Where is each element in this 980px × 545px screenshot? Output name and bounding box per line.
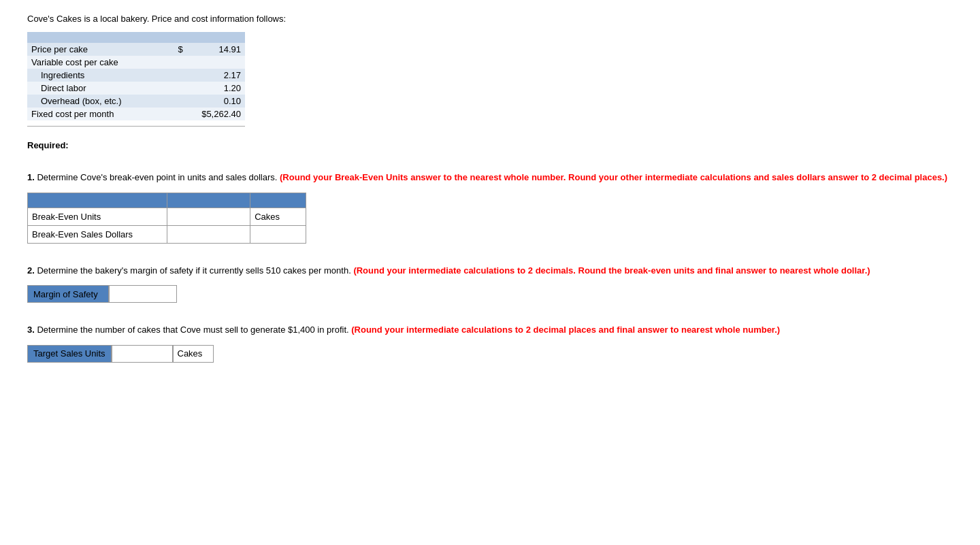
table-row: Variable cost per cake <box>27 56 245 69</box>
target-sales-input[interactable] <box>112 345 173 363</box>
row-label: Direct labor <box>27 82 172 95</box>
question3-text: 3. Determine the number of cakes that Co… <box>27 323 953 337</box>
row-dollar <box>172 108 186 120</box>
info-table-header <box>27 32 245 43</box>
row-label: Fixed cost per month <box>27 108 172 120</box>
question3-block: 3. Determine the number of cakes that Co… <box>27 323 953 363</box>
breakeven-sales-label: Break-Even Sales Dollars <box>28 225 167 243</box>
margin-safety-row: Margin of Safety <box>27 285 953 303</box>
margin-safety-label: Margin of Safety <box>27 285 109 303</box>
table-divider <box>27 126 245 127</box>
question2-body: Determine the bakery's margin of safety … <box>37 265 353 276</box>
question1-body: Determine Cove's break-even point in uni… <box>37 172 280 182</box>
intro-text: Cove's Cakes is a local bakery. Price an… <box>27 14 953 24</box>
row-dollar: $ <box>172 43 186 56</box>
question2-number: 2. <box>27 265 35 276</box>
table-row: Fixed cost per month $5,262.40 <box>27 108 245 120</box>
margin-safety-input[interactable] <box>109 285 177 303</box>
question2-instruction: (Round your intermediate calculations to… <box>353 265 870 276</box>
row-label: Variable cost per cake <box>27 56 172 69</box>
table-row: Break-Even Units Cakes <box>28 208 306 225</box>
question1-block: 1. Determine Cove's break-even point in … <box>27 171 953 244</box>
table-row: Direct labor 1.20 <box>27 82 245 95</box>
breakeven-units-unit: Cakes <box>250 208 306 225</box>
row-value: $5,262.40 <box>187 108 245 120</box>
q1-header-col2 <box>167 193 250 208</box>
q1-header-col1 <box>28 193 167 208</box>
question1-number: 1. <box>27 172 35 182</box>
table-row: Break-Even Sales Dollars <box>28 225 306 243</box>
info-table: Price per cake $ 14.91 Variable cost per… <box>27 32 245 120</box>
row-label: Ingredients <box>27 69 172 82</box>
question2-block: 2. Determine the bakery's margin of safe… <box>27 264 953 303</box>
question1-text: 1. Determine Cove's break-even point in … <box>27 171 953 184</box>
question3-body: Determine the number of cakes that Cove … <box>37 325 351 335</box>
row-dollar <box>172 69 186 82</box>
breakeven-units-input[interactable] <box>167 208 250 225</box>
row-value: 0.10 <box>187 95 245 108</box>
breakeven-units-input-cell[interactable] <box>167 208 250 225</box>
q1-header-col3 <box>250 193 306 208</box>
row-value <box>187 56 245 69</box>
row-dollar <box>172 95 186 108</box>
table-row: Price per cake $ 14.91 <box>27 43 245 56</box>
question1-table: Break-Even Units Cakes Break-Even Sales … <box>27 193 306 244</box>
question3-instruction: (Round your intermediate calculations to… <box>351 325 780 335</box>
row-label: Price per cake <box>27 43 172 56</box>
breakeven-units-label: Break-Even Units <box>28 208 167 225</box>
table-row: Overhead (box, etc.) 0.10 <box>27 95 245 108</box>
target-sales-label: Target Sales Units <box>27 345 112 363</box>
target-sales-unit: Cakes <box>173 345 214 363</box>
required-section: Required: 1. Determine Cove's break-even… <box>27 140 953 363</box>
required-label: Required: <box>27 140 953 150</box>
question2-text: 2. Determine the bakery's margin of safe… <box>27 264 953 278</box>
row-dollar <box>172 82 186 95</box>
breakeven-sales-input[interactable] <box>167 226 250 243</box>
row-value: 2.17 <box>187 69 245 82</box>
table-row: Ingredients 2.17 <box>27 69 245 82</box>
question3-number: 3. <box>27 325 35 335</box>
row-value: 1.20 <box>187 82 245 95</box>
question1-instruction: (Round your Break-Even Units answer to t… <box>280 172 947 182</box>
breakeven-sales-input-cell[interactable] <box>167 225 250 243</box>
row-value: 14.91 <box>187 43 245 56</box>
breakeven-sales-unit <box>250 225 306 243</box>
row-label: Overhead (box, etc.) <box>27 95 172 108</box>
target-sales-row: Target Sales Units Cakes <box>27 345 953 363</box>
row-dollar <box>172 56 186 69</box>
